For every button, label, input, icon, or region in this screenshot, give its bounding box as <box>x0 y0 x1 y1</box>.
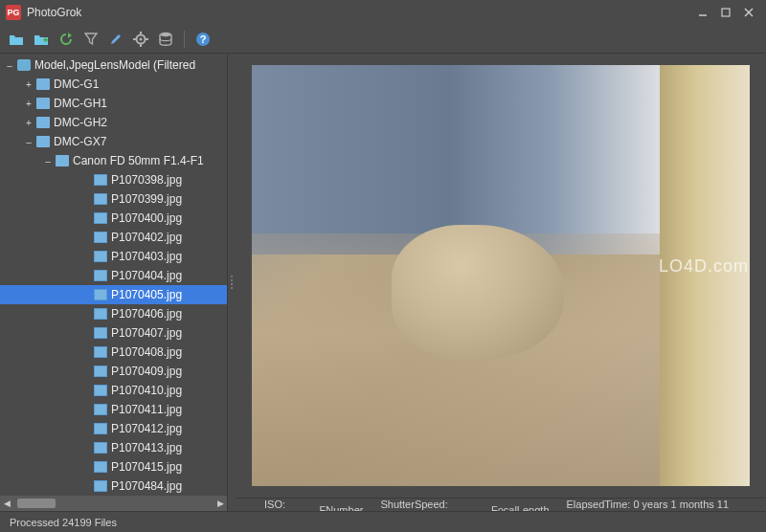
tree-label: P1070409.jpg <box>111 365 182 378</box>
tree-toggle-icon[interactable]: + <box>23 98 34 109</box>
maximize-button[interactable] <box>714 4 737 21</box>
tree-file-0[interactable]: P1070398.jpg <box>0 170 227 189</box>
folder-add-icon[interactable] <box>33 31 50 48</box>
tree-file-3[interactable]: P1070402.jpg <box>0 228 227 247</box>
tree-camera-3[interactable]: –DMC-GX7 <box>0 132 227 151</box>
edit-icon[interactable] <box>107 31 124 48</box>
tree-label: P1070398.jpg <box>111 173 182 187</box>
refresh-icon[interactable] <box>57 31 75 48</box>
svg-point-7 <box>140 37 143 40</box>
tree-label: P1070411.jpg <box>111 403 182 416</box>
img-icon <box>94 251 107 262</box>
tree-camera-1[interactable]: +DMC-GH1 <box>0 94 227 113</box>
tree-label: DMC-G1 <box>54 78 99 91</box>
tree-file-16[interactable]: P1070484.jpg <box>0 477 227 496</box>
tree-file-7[interactable]: P1070406.jpg <box>0 304 227 323</box>
tree-toggle-icon[interactable] <box>80 346 92 358</box>
img-icon <box>94 423 107 434</box>
tree-toggle-icon[interactable] <box>80 289 92 300</box>
filter-icon[interactable] <box>82 31 100 48</box>
tree-toggle-icon[interactable] <box>80 308 92 320</box>
scroll-thumb[interactable] <box>17 499 56 508</box>
img-icon <box>94 404 107 415</box>
sidebar: –Model,JpegLensModel (Filtered+DMC-G1+DM… <box>0 54 228 511</box>
folder-icon <box>36 117 50 128</box>
tree-file-4[interactable]: P1070403.jpg <box>0 247 227 266</box>
tree-toggle-icon[interactable] <box>80 442 92 454</box>
tree-toggle-icon[interactable] <box>80 174 92 186</box>
tree-file-14[interactable]: P1070413.jpg <box>0 438 227 457</box>
cam-icon <box>17 59 31 71</box>
img-icon <box>94 461 107 473</box>
preview-image <box>252 65 750 486</box>
tree-toggle-icon[interactable] <box>80 212 92 224</box>
splitter-handle[interactable] <box>228 54 236 511</box>
tree-toggle-icon[interactable] <box>80 232 92 243</box>
tree-toggle-icon[interactable] <box>80 461 92 473</box>
tree-toggle-icon[interactable] <box>80 404 92 415</box>
tree-label: P1070404.jpg <box>111 269 182 282</box>
gear-icon[interactable] <box>132 31 149 48</box>
tree-toggle-icon[interactable] <box>80 366 92 377</box>
tree-file-1[interactable]: P1070399.jpg <box>0 189 227 209</box>
database-icon[interactable] <box>157 31 174 48</box>
tree-label: P1070399.jpg <box>111 192 182 206</box>
img-icon <box>94 232 107 243</box>
tree-lens[interactable]: –Canon FD 50mm F1.4-F1 <box>0 151 227 170</box>
tree-file-12[interactable]: P1070411.jpg <box>0 400 227 419</box>
img-icon <box>94 270 107 281</box>
tree-file-8[interactable]: P1070407.jpg <box>0 323 227 343</box>
svg-rect-1 <box>722 9 730 16</box>
folder-icon <box>56 155 69 166</box>
tree-toggle-icon[interactable] <box>80 327 92 339</box>
close-button[interactable] <box>737 4 760 21</box>
tree-label: P1070408.jpg <box>111 345 182 359</box>
tree-toggle-icon[interactable] <box>80 480 92 492</box>
tree-label: P1070405.jpg <box>111 288 182 301</box>
tree-camera-2[interactable]: +DMC-GH2 <box>0 113 227 132</box>
tree-label: DMC-GH2 <box>54 116 107 129</box>
tree-toggle-icon[interactable] <box>80 385 92 396</box>
folder-open-icon[interactable] <box>8 31 25 48</box>
tree-file-5[interactable]: P1070404.jpg <box>0 266 227 285</box>
tree-toggle-icon[interactable] <box>80 193 92 205</box>
file-tree[interactable]: –Model,JpegLensModel (Filtered+DMC-G1+DM… <box>0 54 227 496</box>
app-window: PG PhotoGrok ? –Model,JpegLensModel (Fil… <box>0 0 766 532</box>
scroll-right-arrow[interactable]: ▶ <box>214 497 227 510</box>
help-icon[interactable]: ? <box>194 31 212 48</box>
metadata-strip: ISO: 125 FNumber ShutterSpeed: 1/2000 Fo… <box>236 498 766 511</box>
tree-toggle-icon[interactable]: + <box>23 117 34 128</box>
tree-file-13[interactable]: P1070412.jpg <box>0 419 227 438</box>
minimize-button[interactable] <box>691 4 714 21</box>
img-icon <box>94 327 107 339</box>
tree-root[interactable]: –Model,JpegLensModel (Filtered <box>0 55 227 75</box>
statusbar: Processed 24199 Files <box>0 511 766 532</box>
tree-file-15[interactable]: P1070415.jpg <box>0 457 227 477</box>
img-icon <box>94 385 107 396</box>
tree-camera-0[interactable]: +DMC-G1 <box>0 75 227 94</box>
horizontal-scrollbar[interactable]: ◀ ▶ <box>0 496 227 511</box>
tree-toggle-icon[interactable]: + <box>23 78 34 90</box>
tree-toggle-icon[interactable]: – <box>4 59 15 71</box>
tree-file-10[interactable]: P1070409.jpg <box>0 362 227 381</box>
img-icon <box>94 308 107 320</box>
img-icon <box>94 480 107 492</box>
app-icon: PG <box>6 5 21 20</box>
tree-label: Model,JpegLensModel (Filtered <box>34 58 195 72</box>
image-viewer[interactable] <box>236 54 766 498</box>
img-icon <box>94 174 107 186</box>
tree-file-6[interactable]: P1070405.jpg <box>0 285 227 304</box>
tree-toggle-icon[interactable] <box>80 423 92 434</box>
tree-toggle-icon[interactable] <box>80 270 92 281</box>
tree-label: DMC-GH1 <box>54 97 107 110</box>
tree-file-11[interactable]: P1070410.jpg <box>0 381 227 400</box>
tree-file-2[interactable]: P1070400.jpg <box>0 209 227 228</box>
tree-file-9[interactable]: P1070408.jpg <box>0 343 227 362</box>
status-text: Processed 24199 Files <box>10 517 117 528</box>
tree-label: P1070406.jpg <box>111 307 182 321</box>
tree-toggle-icon[interactable]: – <box>42 155 54 166</box>
scroll-left-arrow[interactable]: ◀ <box>0 497 13 510</box>
tree-toggle-icon[interactable] <box>80 251 92 262</box>
img-icon <box>94 346 107 358</box>
tree-toggle-icon[interactable]: – <box>23 136 34 147</box>
